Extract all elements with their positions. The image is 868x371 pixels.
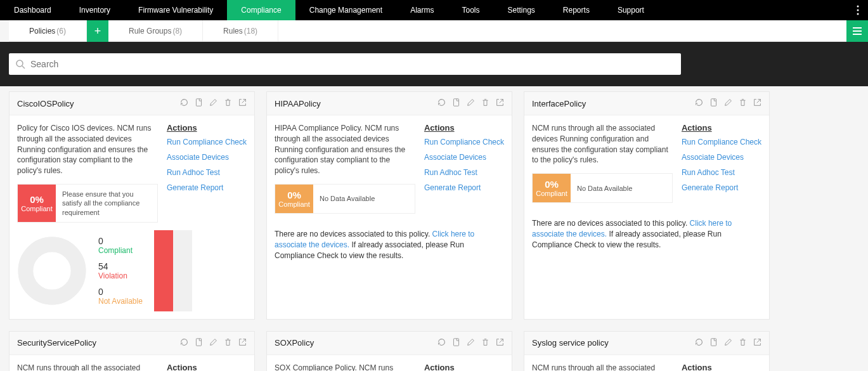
compliance-status: 0% Compliant No Data Available [532, 173, 673, 203]
subtab-rule-groups[interactable]: Rule Groups (8) [108, 20, 203, 41]
search-input[interactable] [30, 59, 675, 69]
open-external-icon[interactable] [238, 98, 247, 108]
status-message: Please ensure that you satisfy all the c… [56, 185, 157, 222]
svg-rect-11 [453, 339, 458, 346]
compliance-status: 0% Compliant No Data Available [275, 184, 415, 214]
card-description: SOX Compliance Policy. NCM runs through … [275, 363, 415, 371]
subnav-hamburger-icon[interactable] [846, 20, 868, 42]
card-header: SOXPolicy [267, 332, 512, 355]
action-run-adhoc-test[interactable]: Run Adhoc Test [682, 168, 761, 177]
compliant-label: Compliant [98, 246, 143, 255]
compliance-percent: 0% Compliant [18, 185, 56, 222]
svg-point-7 [25, 244, 78, 297]
refresh-icon[interactable] [695, 98, 703, 108]
card-description: HIPAA Compliance Policy. NCM runs throug… [275, 123, 415, 176]
kebab-menu-icon[interactable] [853, 0, 863, 20]
card-toolbar [695, 98, 761, 108]
compliance-chart-row: 0 Compliant 54 Violation 0 Not Available [10, 230, 254, 319]
action-run-adhoc-test[interactable]: Run Adhoc Test [424, 168, 504, 177]
chart-legend: 0 Compliant 54 Violation 0 Not Available [98, 236, 143, 306]
export-pdf-icon[interactable] [452, 338, 460, 348]
action-run-adhoc-test[interactable]: Run Adhoc Test [167, 168, 247, 177]
open-external-icon[interactable] [238, 338, 247, 348]
nav-reports[interactable]: Reports [549, 0, 604, 20]
card-title: InterfacePolicy [532, 99, 695, 108]
percent-label: Compliant [536, 190, 567, 197]
nav-support[interactable]: Support [604, 0, 658, 20]
nav-change-management[interactable]: Change Management [295, 0, 396, 20]
na-label: Not Available [98, 297, 143, 306]
card-description: NCM runs through all the associated devi… [532, 123, 673, 166]
edit-icon[interactable] [724, 338, 732, 348]
action-run-compliance-check[interactable]: Run Compliance Check [167, 138, 247, 146]
refresh-icon[interactable] [437, 98, 446, 108]
percent-label: Compliant [278, 200, 310, 208]
export-pdf-icon[interactable] [452, 98, 460, 108]
delete-icon[interactable] [481, 98, 489, 108]
policy-card: SecurityServicePolicy NCM runs through a… [9, 331, 255, 371]
delete-icon[interactable] [481, 338, 489, 348]
svg-rect-12 [711, 339, 716, 346]
subtab-rules[interactable]: Rules (18) [203, 20, 278, 41]
nav-firmware[interactable]: Firmware Vulnerability [124, 0, 227, 20]
subtab-label: Rule Groups [129, 27, 171, 36]
refresh-icon[interactable] [437, 338, 446, 348]
action-run-compliance-check[interactable]: Run Compliance Check [682, 138, 761, 146]
nav-inventory[interactable]: Inventory [65, 0, 124, 20]
policy-card: InterfacePolicy NCM runs through all the… [524, 91, 770, 320]
subtab-count: (18) [244, 27, 257, 36]
search-box [9, 53, 681, 75]
card-header: InterfacePolicy [524, 92, 769, 115]
action-generate-report[interactable]: Generate Report [682, 183, 761, 192]
card-description: NCM runs through all the associated devi… [532, 363, 673, 371]
action-associate-devices[interactable]: Associate Devices [682, 153, 761, 162]
nav-tools[interactable]: Tools [448, 0, 493, 20]
export-pdf-icon[interactable] [709, 98, 718, 108]
card-title: CiscoIOSPolicy [17, 99, 180, 108]
nav-alarms[interactable]: Alarms [396, 0, 448, 20]
search-row [0, 42, 868, 86]
policy-card: SOXPolicy SOX Compliance Policy. NCM run… [266, 331, 512, 371]
action-associate-devices[interactable]: Associate Devices [167, 153, 247, 162]
refresh-icon[interactable] [695, 338, 703, 348]
edit-icon[interactable] [724, 98, 732, 108]
edit-icon[interactable] [209, 338, 217, 348]
refresh-icon[interactable] [180, 338, 188, 348]
subtab-policies[interactable]: Policies (6) [9, 20, 87, 41]
delete-icon[interactable] [224, 98, 232, 108]
card-toolbar [180, 338, 247, 348]
nav-compliance[interactable]: Compliance [227, 0, 295, 20]
export-pdf-icon[interactable] [709, 338, 718, 348]
nav-dashboard[interactable]: Dashboard [0, 0, 65, 20]
edit-icon[interactable] [467, 338, 475, 348]
delete-icon[interactable] [739, 338, 747, 348]
open-external-icon[interactable] [496, 98, 504, 108]
associate-devices-link[interactable]: Click here to associate the devices. [532, 219, 732, 238]
percent-label: Compliant [21, 205, 53, 212]
svg-rect-5 [196, 99, 201, 106]
action-run-compliance-check[interactable]: Run Compliance Check [424, 138, 504, 146]
action-associate-devices[interactable]: Associate Devices [424, 153, 504, 162]
card-header: Syslog service policy [524, 332, 769, 355]
open-external-icon[interactable] [753, 98, 761, 108]
na-count: 0 [98, 287, 143, 297]
action-generate-report[interactable]: Generate Report [167, 183, 247, 192]
add-policy-button[interactable]: + [87, 20, 108, 42]
action-generate-report[interactable]: Generate Report [424, 183, 504, 192]
status-message: No Data Available [571, 174, 672, 202]
export-pdf-icon[interactable] [195, 338, 203, 348]
refresh-icon[interactable] [180, 98, 188, 108]
open-external-icon[interactable] [496, 338, 504, 348]
delete-icon[interactable] [224, 338, 232, 348]
nav-settings[interactable]: Settings [494, 0, 549, 20]
actions-heading: Actions [682, 123, 761, 133]
edit-icon[interactable] [209, 98, 217, 108]
delete-icon[interactable] [739, 98, 747, 108]
export-pdf-icon[interactable] [195, 98, 203, 108]
open-external-icon[interactable] [753, 338, 761, 348]
compliant-count: 0 [98, 236, 143, 246]
svg-rect-8 [453, 99, 458, 106]
compliance-percent: 0% Compliant [533, 174, 571, 202]
associate-devices-link[interactable]: Click here to associate the devices. [275, 230, 474, 249]
edit-icon[interactable] [467, 98, 475, 108]
